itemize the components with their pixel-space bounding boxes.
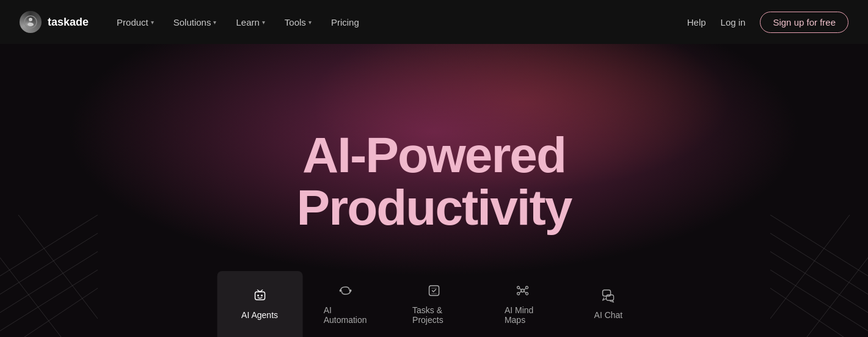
svg-line-6 <box>0 270 98 331</box>
svg-point-18 <box>257 295 259 297</box>
tab-ai-agents-label: AI Agents <box>241 310 278 320</box>
svg-line-11 <box>770 233 868 294</box>
hero-section: AI-Powered Productivity AI Agents <box>0 44 868 337</box>
svg-line-3 <box>0 215 98 276</box>
svg-point-21 <box>349 289 351 292</box>
chevron-down-icon: ▾ <box>308 19 312 26</box>
svg-line-29 <box>524 289 526 291</box>
tab-ai-agents[interactable]: AI Agents <box>217 271 302 337</box>
chevron-down-icon: ▾ <box>213 19 216 26</box>
svg-line-16 <box>770 215 850 319</box>
svg-line-13 <box>770 270 868 331</box>
tab-tasks-projects[interactable]: Tasks & Projects <box>388 271 480 337</box>
brand-name: taskade <box>48 16 89 29</box>
nav-item-pricing[interactable]: Pricing <box>323 12 368 32</box>
logo[interactable]: taskade <box>20 11 89 33</box>
tab-ai-automation[interactable]: AI Automation <box>302 271 388 337</box>
svg-line-14 <box>770 288 844 337</box>
tab-ai-mind-maps-label: AI Mind Maps <box>505 305 541 325</box>
nav-item-learn[interactable]: Learn ▾ <box>227 12 273 32</box>
navbar: taskade Product ▾ Solutions ▾ Learn ▾ To… <box>0 0 868 44</box>
tasks-projects-icon <box>426 283 441 300</box>
login-link[interactable]: Log in <box>721 17 746 27</box>
chevron-down-icon: ▾ <box>151 19 154 26</box>
svg-line-4 <box>0 233 98 294</box>
nav-left: taskade Product ▾ Solutions ▾ Learn ▾ To… <box>20 11 368 33</box>
feature-tabs: AI Agents AI Automation <box>217 271 651 337</box>
tab-tasks-projects-label: Tasks & Projects <box>412 305 456 325</box>
tab-ai-chat-label: AI Chat <box>594 310 623 320</box>
nav-right: Help Log in Sign up for free <box>687 12 848 33</box>
grid-left-decoration <box>0 215 98 337</box>
signup-button[interactable]: Sign up for free <box>760 12 848 33</box>
svg-line-31 <box>524 291 526 293</box>
logo-icon <box>20 11 42 33</box>
ai-mind-maps-icon <box>516 283 530 300</box>
nav-item-solutions[interactable]: Solutions ▾ <box>165 12 225 32</box>
svg-point-24 <box>517 286 520 289</box>
grid-right-decoration <box>770 215 868 337</box>
nav-item-product[interactable]: Product ▾ <box>108 12 162 32</box>
svg-line-7 <box>24 288 98 337</box>
chevron-down-icon: ▾ <box>262 19 265 26</box>
tab-ai-automation-label: AI Automation <box>324 305 367 325</box>
svg-line-5 <box>0 252 98 313</box>
svg-line-10 <box>770 215 868 276</box>
nav-links: Product ▾ Solutions ▾ Learn ▾ Tools ▾ Pr… <box>108 12 368 32</box>
svg-line-28 <box>520 289 522 291</box>
svg-point-26 <box>517 292 520 295</box>
svg-point-2 <box>27 23 34 26</box>
svg-line-30 <box>520 291 522 293</box>
svg-point-19 <box>261 295 263 297</box>
nav-item-tools[interactable]: Tools ▾ <box>276 12 320 32</box>
hero-content: AI-Powered Productivity <box>297 129 572 234</box>
svg-point-27 <box>526 292 528 295</box>
ai-chat-icon <box>601 288 616 305</box>
ai-agents-icon <box>252 288 267 305</box>
hero-title: AI-Powered Productivity <box>297 129 572 234</box>
svg-point-25 <box>526 286 528 289</box>
tab-ai-chat[interactable]: AI Chat <box>566 271 651 337</box>
svg-point-20 <box>339 289 341 292</box>
svg-point-23 <box>521 289 524 292</box>
svg-line-9 <box>18 215 98 319</box>
svg-point-1 <box>29 18 32 21</box>
svg-line-12 <box>770 252 868 313</box>
ai-automation-icon <box>338 283 352 300</box>
help-link[interactable]: Help <box>687 17 706 27</box>
tab-ai-mind-maps[interactable]: AI Mind Maps <box>480 271 566 337</box>
